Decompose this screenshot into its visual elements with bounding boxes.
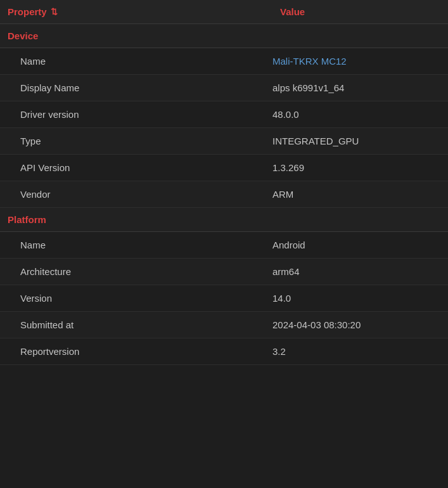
row-value-device-4: 1.3.269: [272, 162, 440, 173]
row-property-device-0: Name: [20, 56, 272, 67]
table-header: Property ⇅ Value: [0, 0, 448, 24]
row-value-device-1: alps k6991v1_64: [272, 82, 440, 93]
row-device-4: API Version1.3.269: [0, 155, 448, 181]
row-value-platform-3: 2024-04-03 08:30:20: [272, 319, 440, 330]
row-property-device-2: Driver version: [20, 109, 272, 120]
row-platform-3: Submitted at2024-04-03 08:30:20: [0, 312, 448, 338]
row-property-device-3: Type: [20, 136, 272, 146]
row-value-platform-2: 14.0: [272, 293, 440, 304]
property-label: Property: [8, 6, 47, 17]
row-value-device-3: INTEGRATED_GPU: [272, 136, 440, 146]
section-label-device: Device: [8, 30, 38, 41]
row-platform-2: Version14.0: [0, 285, 448, 312]
row-device-3: TypeINTEGRATED_GPU: [0, 128, 448, 155]
row-platform-4: Reportversion3.2: [0, 338, 448, 365]
row-property-device-5: Vendor: [20, 189, 272, 200]
row-property-platform-2: Version: [20, 293, 272, 304]
row-value-device-5: ARM: [272, 189, 440, 200]
row-value-platform-4: 3.2: [272, 346, 440, 357]
row-property-device-1: Display Name: [20, 82, 272, 93]
row-platform-1: Architecturearm64: [0, 259, 448, 285]
row-property-platform-0: Name: [20, 240, 272, 250]
row-value-platform-0: Android: [272, 240, 440, 250]
row-device-0: NameMali-TKRX MC12: [0, 48, 448, 75]
sort-icon[interactable]: ⇅: [51, 7, 58, 16]
row-device-5: VendorARM: [0, 181, 448, 208]
property-value-table: Property ⇅ Value DeviceNameMali-TKRX MC1…: [0, 0, 448, 365]
row-property-device-4: API Version: [20, 162, 272, 173]
section-header-platform: Platform: [0, 208, 448, 232]
property-column-header[interactable]: Property ⇅: [8, 6, 280, 17]
row-platform-0: NameAndroid: [0, 232, 448, 259]
row-property-platform-3: Submitted at: [20, 319, 272, 330]
row-value-device-0[interactable]: Mali-TKRX MC12: [272, 56, 440, 67]
value-column-header: Value: [280, 6, 440, 17]
row-value-device-2: 48.0.0: [272, 109, 440, 120]
section-header-device: Device: [0, 24, 448, 48]
row-device-2: Driver version48.0.0: [0, 101, 448, 128]
sections-container: DeviceNameMali-TKRX MC12Display Namealps…: [0, 24, 448, 365]
row-value-platform-1: arm64: [272, 266, 440, 277]
row-property-platform-4: Reportversion: [20, 346, 272, 357]
section-label-platform: Platform: [8, 214, 46, 225]
row-property-platform-1: Architecture: [20, 266, 272, 277]
row-device-1: Display Namealps k6991v1_64: [0, 75, 448, 101]
